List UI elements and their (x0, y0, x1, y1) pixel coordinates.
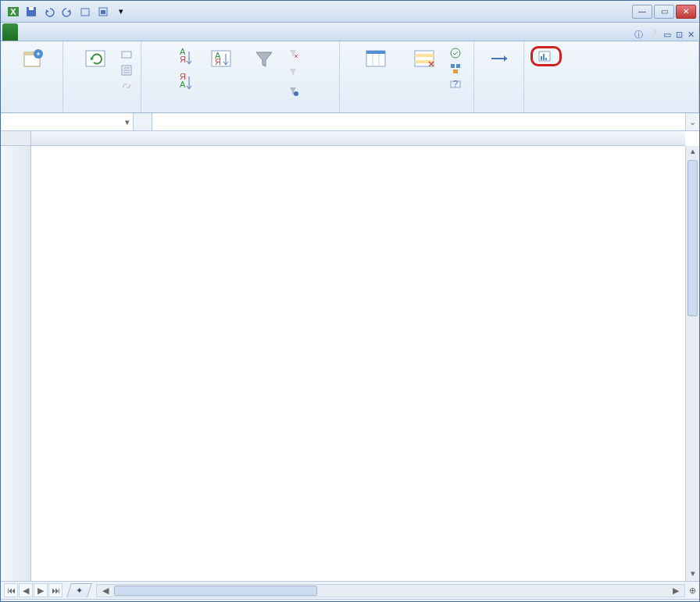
redo-icon[interactable] (59, 4, 75, 20)
reapply-filter-button[interactable] (283, 63, 306, 80)
status-bar: ⊖ ⊕ (1, 599, 699, 602)
svg-rect-3 (29, 7, 34, 10)
advanced-icon (286, 84, 300, 98)
sort-az-icon[interactable]: AЯ (175, 46, 197, 69)
fx-icon[interactable] (134, 113, 152, 130)
new-sheet-icon: ✦ (76, 586, 83, 596)
svg-rect-29 (453, 69, 458, 73)
qat-btn-1[interactable] (77, 4, 93, 20)
connections-group-label (66, 101, 138, 112)
ribbon-minimize-icon[interactable]: ▭ (663, 30, 671, 40)
data-validation-icon[interactable] (448, 46, 462, 60)
minimize-button[interactable]: — (632, 5, 652, 19)
whatif-icon[interactable]: ? (448, 77, 462, 91)
row-headers (1, 146, 31, 581)
refresh-all-button[interactable] (71, 43, 120, 99)
properties-icon[interactable] (120, 63, 134, 77)
sheet-nav-first-icon[interactable]: ⏮ (4, 583, 18, 597)
sort-button[interactable]: AЯ (197, 43, 245, 99)
svg-text:Я: Я (215, 57, 221, 66)
reapply-icon (286, 65, 300, 79)
vertical-scrollbar[interactable]: ▴ ▾ (685, 146, 699, 581)
svg-text:?: ? (452, 79, 457, 88)
sheet-nav-next-icon[interactable]: ▶ (34, 583, 48, 597)
text-to-columns-button[interactable] (352, 43, 400, 99)
maximize-button[interactable]: ▭ (654, 5, 674, 19)
remove-duplicates-button[interactable] (400, 43, 448, 99)
sheet-nav-prev-icon[interactable]: ◀ (19, 583, 33, 597)
save-icon[interactable] (23, 4, 39, 20)
svg-rect-27 (451, 64, 455, 68)
data-analysis-button[interactable] (530, 46, 562, 66)
data-analysis-icon (538, 49, 552, 63)
formula-bar-expand-icon[interactable]: ⌄ (685, 113, 699, 130)
svg-rect-22 (366, 51, 385, 54)
sheet-bar: ⏮ ◀ ▶ ⏭ ✦ ◀ ▶ ⊕ (1, 581, 699, 599)
doc-restore-icon[interactable]: ⊡ (676, 30, 683, 40)
text-to-columns-icon (363, 46, 388, 71)
excel-icon[interactable]: X (5, 4, 21, 20)
sort-icon: AЯ (209, 46, 234, 71)
name-box-dropdown-icon[interactable]: ▾ (125, 117, 130, 127)
consolidate-icon[interactable] (448, 62, 462, 76)
ribbon-help-icon[interactable]: ⓘ (634, 29, 643, 41)
new-sheet-tab[interactable]: ✦ (66, 583, 92, 597)
column-headers (31, 131, 685, 146)
outline-button[interactable] (475, 43, 523, 99)
name-box[interactable]: ▾ (1, 113, 134, 130)
sheet-nav-last-icon[interactable]: ⏭ (48, 583, 62, 597)
remove-duplicates-icon (412, 46, 437, 71)
sort-za-icon[interactable]: ЯA (175, 71, 197, 94)
svg-rect-34 (543, 54, 545, 60)
help-icon[interactable]: ❔ (648, 30, 659, 40)
undo-icon[interactable] (41, 4, 57, 20)
formula-input[interactable] (152, 113, 685, 130)
qat-btn-2[interactable] (95, 4, 111, 20)
outline-icon (487, 46, 512, 71)
clear-filter-button[interactable] (283, 45, 306, 62)
select-all-corner[interactable] (1, 131, 31, 146)
svg-text:X: X (10, 7, 16, 16)
connections-icon[interactable] (120, 48, 134, 62)
formula-bar: ▾ ⌄ (1, 113, 699, 131)
svg-rect-33 (541, 56, 542, 60)
qat-dropdown-icon[interactable]: ▾ (113, 4, 129, 20)
spreadsheet-grid: ▴ ▾ (1, 131, 699, 581)
ribbon: AЯ ЯA AЯ (1, 41, 699, 113)
data-tools-group-label (343, 101, 470, 112)
clear-icon (286, 46, 300, 60)
svg-rect-24 (415, 54, 434, 57)
svg-rect-6 (101, 10, 105, 14)
refresh-icon (83, 46, 108, 71)
svg-text:Я: Я (180, 55, 186, 64)
file-tab[interactable] (2, 23, 18, 41)
get-external-data-button[interactable] (2, 43, 62, 99)
edit-links-icon[interactable] (120, 79, 134, 93)
svg-rect-28 (456, 64, 460, 68)
hscroll-right-end-icon[interactable]: ⊕ (685, 586, 699, 596)
svg-point-26 (451, 48, 460, 58)
filter-button[interactable] (245, 43, 283, 99)
title-bar: X ▾ — ▭ ✕ (1, 1, 699, 23)
horizontal-scrollbar[interactable]: ◀ ▶ (96, 584, 685, 597)
external-data-icon (20, 46, 45, 71)
ribbon-tabs: ⓘ ❔ ▭ ⊡ ✕ (1, 23, 699, 41)
doc-close-icon[interactable]: ✕ (688, 30, 695, 40)
svg-rect-35 (545, 58, 547, 60)
close-button[interactable]: ✕ (676, 5, 696, 19)
advanced-filter-button[interactable] (283, 82, 306, 99)
svg-rect-11 (122, 52, 131, 58)
sort-filter-group-label (145, 101, 336, 112)
svg-text:A: A (180, 80, 186, 89)
analysis-group-label (527, 101, 695, 112)
svg-point-20 (294, 91, 298, 96)
filter-icon (252, 46, 277, 71)
svg-rect-4 (81, 9, 89, 16)
quick-access-toolbar: X ▾ (5, 4, 129, 20)
cell-area[interactable] (31, 146, 685, 581)
